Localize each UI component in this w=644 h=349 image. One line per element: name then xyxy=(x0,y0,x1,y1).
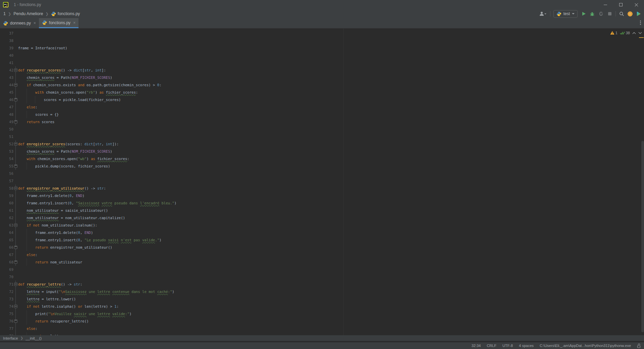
typos-indicator[interactable]: 38 xyxy=(620,31,630,35)
fold-marker-end[interactable] xyxy=(14,319,17,323)
line-number[interactable]: 63 xyxy=(0,221,13,229)
code-text[interactable]: frame.entry1.delete(0, END) xyxy=(18,229,93,236)
code-text[interactable]: def enregistrer_nom_utilisateur() -> str… xyxy=(18,185,106,192)
breadcrumb-method[interactable]: __init__() xyxy=(25,336,42,340)
line-number[interactable]: 55 xyxy=(0,162,13,170)
line-number[interactable]: 57 xyxy=(0,177,13,185)
code-text[interactable]: nom_utilisateur = nom_utilisateur.capita… xyxy=(18,214,125,221)
code-text[interactable]: pickle.dump(scores, fichier_scores) xyxy=(18,162,110,170)
caret-position[interactable]: 32:34 xyxy=(472,344,481,348)
line-number[interactable]: 73 xyxy=(0,295,13,303)
inspections-widget[interactable]: 1 38 xyxy=(610,31,642,35)
fold-marker-end[interactable] xyxy=(14,260,17,264)
line-number[interactable]: 60 xyxy=(0,199,13,207)
line-number[interactable]: 61 xyxy=(0,207,13,214)
code-text[interactable]: return lettre xyxy=(18,332,63,335)
line-number[interactable]: 49 xyxy=(0,118,13,126)
line-number[interactable]: 54 xyxy=(0,155,13,162)
code-text[interactable]: return nom_utilisateur xyxy=(18,258,82,266)
minimize-button[interactable] xyxy=(598,0,613,9)
line-number[interactable]: 70 xyxy=(0,273,13,281)
line-number[interactable]: 65 xyxy=(0,236,13,244)
line-number[interactable]: 41 xyxy=(0,59,13,66)
fold-marker-end[interactable] xyxy=(14,246,17,249)
line-number[interactable]: 64 xyxy=(0,229,13,236)
stop-button[interactable] xyxy=(607,11,612,17)
fold-marker-start[interactable] xyxy=(14,68,17,72)
code-text[interactable]: print("\nVeuillez saisir une lettre vali… xyxy=(18,310,131,317)
code-text[interactable]: if not lettre.isalpha() or len(lettre) >… xyxy=(18,303,119,310)
code-text[interactable]: chemin_scores = Path(NOM_FICHIER_SCORES) xyxy=(18,74,112,81)
code-text[interactable]: frame.entry1.delete(0, END) xyxy=(18,192,85,199)
run-button[interactable] xyxy=(581,11,586,17)
line-separator[interactable]: CRLF xyxy=(487,344,496,348)
fold-marker-end[interactable] xyxy=(14,164,17,168)
code-text[interactable]: frame.entry1.insert(0, "Saississez votre… xyxy=(18,199,176,207)
line-number[interactable]: 53 xyxy=(0,148,13,155)
editor-scrollbar[interactable] xyxy=(641,141,644,332)
colorful-play-icon[interactable] xyxy=(636,11,641,17)
fold-marker-start[interactable] xyxy=(14,187,17,190)
tab-donnees-py[interactable]: donnees.py × xyxy=(0,18,39,28)
close-button[interactable] xyxy=(629,0,644,9)
restore-button[interactable] xyxy=(613,0,629,9)
run-configuration-select[interactable]: test xyxy=(553,10,578,18)
code-text[interactable]: else: xyxy=(18,325,37,332)
python-interpreter[interactable]: C:\Users\Eli._.am\AppDat...hon\Python311… xyxy=(540,344,631,348)
line-number[interactable]: 51 xyxy=(0,133,13,140)
indent-style[interactable]: 4 spaces xyxy=(519,344,534,348)
code-text[interactable]: def recuperer_scores() -> dict[str, int]… xyxy=(18,66,106,74)
line-number[interactable]: 77 xyxy=(0,325,13,332)
code-text[interactable]: lettre = input("\nSaississez une lettre … xyxy=(18,288,174,295)
file-encoding[interactable]: UTF-8 xyxy=(502,344,513,348)
line-number[interactable]: 39 xyxy=(0,44,13,52)
code-text[interactable]: with chemin_scores.open("wb") as fichier… xyxy=(18,155,129,162)
code-text[interactable]: nom_utilisateur = saisie_utilisateur() xyxy=(18,207,108,214)
code-text[interactable]: else: xyxy=(18,251,37,258)
fold-marker-start[interactable] xyxy=(14,283,17,286)
line-number[interactable]: 50 xyxy=(0,126,13,133)
code-text[interactable]: return enregistrer_nom_utilisateur() xyxy=(18,244,112,251)
line-number[interactable]: 44 xyxy=(0,81,13,89)
fold-marker-start[interactable] xyxy=(14,83,17,87)
breadcrumb-class[interactable]: Interface xyxy=(3,336,18,340)
code-text[interactable]: chemin_scores = Path(NOM_FICHIER_SCORES) xyxy=(18,148,112,155)
unlock-icon[interactable] xyxy=(637,344,641,348)
code-text[interactable]: def enregistrer_scores(scores: dict[str,… xyxy=(18,140,119,148)
code-text[interactable]: return scores xyxy=(18,118,54,126)
code-text[interactable]: frame = Interface(root) xyxy=(18,44,67,52)
line-number[interactable]: 71 xyxy=(0,281,13,288)
warnings-indicator[interactable]: 1 xyxy=(610,31,618,35)
breadcrumb-item-root[interactable]: 1 xyxy=(3,11,6,16)
code-text[interactable]: scores = pickle.load(fichier_scores) xyxy=(18,96,121,103)
fold-marker-start[interactable] xyxy=(14,223,17,227)
line-number[interactable]: 46 xyxy=(0,96,13,103)
line-number[interactable]: 62 xyxy=(0,214,13,221)
fold-marker-end[interactable] xyxy=(14,120,17,123)
line-number[interactable]: 43 xyxy=(0,74,13,81)
line-number[interactable]: 74 xyxy=(0,303,13,310)
search-everywhere-icon[interactable] xyxy=(619,11,625,17)
line-number[interactable]: 69 xyxy=(0,266,13,273)
close-tab-icon[interactable]: × xyxy=(34,21,36,26)
code-text[interactable]: lettre = lettre.lower() xyxy=(18,295,76,303)
code-text[interactable]: scores = {} xyxy=(18,111,59,118)
line-number[interactable]: 37 xyxy=(0,30,13,37)
line-number[interactable]: 40 xyxy=(0,52,13,59)
code-text[interactable]: else: xyxy=(18,103,37,111)
tab-fonctions-py[interactable]: fonctions.py × xyxy=(39,18,78,28)
tab-options-icon[interactable] xyxy=(640,20,641,25)
line-number[interactable]: 76 xyxy=(0,317,13,325)
line-number[interactable]: 75 xyxy=(0,310,13,317)
code-editor[interactable]: 373839frame = Interface(root)404142def r… xyxy=(0,29,644,335)
breadcrumb-item-file[interactable]: fonctions.py xyxy=(58,11,80,16)
line-number[interactable]: 72 xyxy=(0,288,13,295)
code-text[interactable]: with chemin_scores.open("rb") as fichier… xyxy=(18,89,138,96)
update-available-icon[interactable]: ↑ xyxy=(628,11,633,16)
close-tab-icon[interactable]: × xyxy=(73,20,75,25)
debug-button[interactable] xyxy=(589,11,595,17)
code-text[interactable]: if chemin_scores.exists and os.path.gets… xyxy=(18,81,161,89)
fold-marker-start[interactable] xyxy=(14,305,17,308)
code-text[interactable]: return recuperer_lettre() xyxy=(18,317,89,325)
code-text[interactable]: def recuperer_lettre() -> str: xyxy=(18,281,82,288)
